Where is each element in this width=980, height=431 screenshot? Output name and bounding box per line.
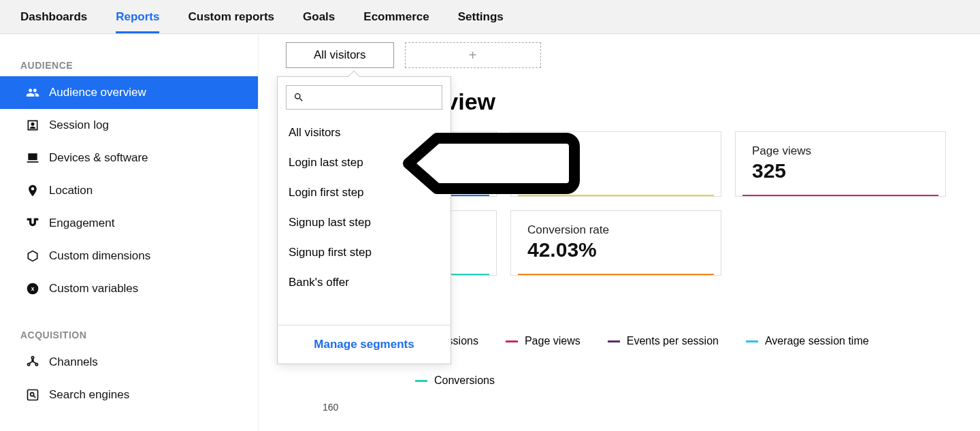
sidebar-item-label: Devices & software [49, 151, 148, 165]
segment-option[interactable]: Login first step [278, 178, 451, 208]
sidebar-item-label: Engagement [49, 217, 114, 230]
sidebar-item-session-log[interactable]: Session log [0, 109, 258, 142]
magnet-icon [26, 217, 39, 230]
legend-item[interactable]: Page views [506, 335, 581, 347]
sidebar-item-channels[interactable]: Channels [0, 346, 258, 379]
topnav-dashboards[interactable]: Dashboards [20, 1, 87, 33]
pin-icon [26, 184, 39, 197]
segment-option[interactable]: All visitors [278, 118, 451, 148]
segment-option[interactable]: Signup last step [278, 208, 451, 238]
metric-card-conversion-rate[interactable]: Conversion rate 42.03% [510, 210, 721, 276]
segment-option[interactable]: Signup first step [278, 238, 451, 268]
metric-value: 42.03% [527, 238, 704, 261]
top-nav: Dashboards Reports Custom reports Goals … [0, 0, 980, 34]
sidebar-section-audience: AUDIENCE [0, 54, 258, 76]
svg-point-3 [31, 393, 34, 396]
metric-label: Page views [752, 144, 929, 158]
segment-search-wrap [278, 77, 451, 118]
search-engines-icon [26, 388, 39, 402]
sidebar-item-custom-variables[interactable]: x Custom variables [0, 272, 258, 305]
sidebar-item-engagement[interactable]: Engagement [0, 207, 258, 240]
metric-label: Conversion rate [527, 223, 704, 237]
plus-icon: + [469, 48, 477, 63]
users-icon [26, 86, 39, 99]
svg-rect-2 [28, 390, 38, 400]
legend-label: Average session time [765, 335, 869, 347]
metric-card-page-views[interactable]: Page views 325 [735, 131, 946, 197]
segment-option[interactable]: Bank's offer [278, 268, 451, 298]
search-icon [293, 91, 304, 103]
metric-value: 325 [752, 159, 929, 182]
channels-icon [26, 355, 39, 369]
segment-chip-selected[interactable]: All visitors [286, 42, 394, 68]
topnav-reports[interactable]: Reports [116, 1, 159, 33]
person-box-icon [26, 118, 39, 132]
sidebar-item-devices-software[interactable]: Devices & software [0, 142, 258, 174]
device-icon [26, 151, 39, 165]
topnav-settings[interactable]: Settings [458, 1, 504, 33]
sidebar-item-label: Location [49, 184, 93, 197]
segment-search-input[interactable] [310, 91, 435, 103]
chart-legend: Sessions Page views Events per session A… [415, 335, 960, 387]
segment-dropdown: All visitors Login last step Login first… [277, 76, 451, 364]
legend-swatch [746, 340, 758, 342]
sidebar-item-location[interactable]: Location [0, 174, 258, 207]
legend-label: Conversions [434, 374, 495, 387]
sidebar-section-acquisition: ACQUISITION [0, 324, 258, 346]
metric-accent-bar [742, 195, 938, 196]
metric-accent-bar [518, 195, 714, 196]
segment-search-box[interactable] [286, 85, 442, 110]
topnav-goals[interactable]: Goals [303, 1, 335, 33]
sidebar-item-label: Channels [49, 355, 98, 369]
svg-text:x: x [31, 285, 35, 292]
metric-label: Sessions [527, 144, 704, 158]
sidebar-item-label: Custom variables [49, 282, 138, 296]
sidebar-item-custom-dimensions[interactable]: Custom dimensions [0, 240, 258, 272]
legend-swatch [506, 340, 518, 342]
topnav-custom-reports[interactable]: Custom reports [188, 1, 274, 33]
legend-swatch [415, 380, 427, 382]
metric-card-sessions[interactable]: Sessions [510, 131, 721, 197]
main-content: All visitors + All visitors Login last s… [259, 34, 980, 431]
sidebar-item-label: Session log [49, 118, 109, 132]
legend-label: Events per session [627, 335, 719, 347]
variable-icon: x [26, 282, 39, 296]
topnav-ecommerce[interactable]: Ecommerce [363, 1, 429, 33]
sidebar-item-audience-overview[interactable]: Audience overview [0, 76, 258, 109]
sidebar-item-label: Search engines [49, 388, 129, 402]
svg-line-4 [34, 396, 36, 398]
sidebar: AUDIENCE Audience overview Session log D… [0, 34, 259, 431]
chart-y-tick: 160 [323, 402, 960, 413]
sidebar-item-label: Audience overview [49, 86, 146, 99]
legend-item[interactable]: Average session time [746, 335, 869, 347]
manage-segments-link[interactable]: Manage segments [278, 325, 451, 364]
legend-label: Page views [525, 335, 581, 347]
cube-icon [26, 249, 39, 263]
legend-swatch [608, 340, 620, 342]
sidebar-item-search-engines[interactable]: Search engines [0, 379, 258, 411]
metric-accent-bar [518, 274, 714, 275]
legend-item[interactable]: Conversions [415, 374, 495, 387]
legend-item[interactable]: Events per session [608, 335, 719, 347]
sidebar-item-label: Custom dimensions [49, 249, 150, 263]
add-segment-button[interactable]: + [405, 42, 541, 68]
segment-row: All visitors + [286, 42, 541, 68]
segment-option[interactable]: Login last step [278, 148, 451, 178]
